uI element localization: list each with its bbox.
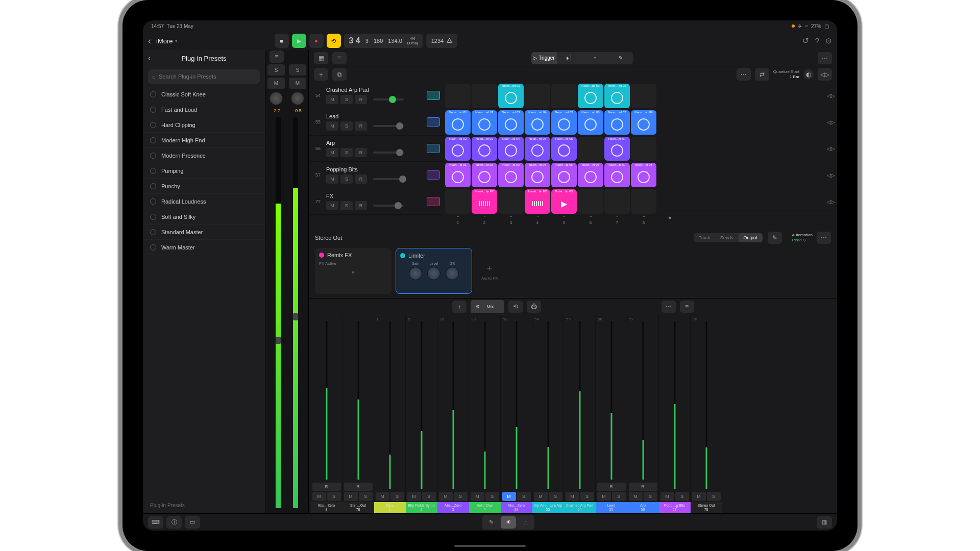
add-track-icon[interactable]: ＋ — [314, 68, 328, 81]
strip-mute[interactable]: M — [629, 492, 643, 501]
preset-item[interactable]: Soft and Silky — [143, 209, 265, 224]
mixer-strip[interactable]: RMSSter…Out78 — [342, 315, 374, 513]
fx-slot[interactable]: Remix FXFX Active● — [315, 248, 391, 294]
strip-mute[interactable]: M — [439, 492, 453, 501]
scene-trigger[interactable]: ⌃2 — [472, 215, 497, 228]
mute-button[interactable]: M — [326, 95, 338, 104]
list-view-icon[interactable]: ≣ — [332, 52, 347, 64]
empty-cell[interactable] — [604, 189, 630, 214]
auto-settings-icon[interactable]: ⇄ — [755, 68, 769, 81]
clip-cell[interactable]: Butte…lip FX▶ — [551, 189, 577, 214]
mute-button[interactable]: M — [326, 174, 338, 184]
strip-mute[interactable]: M — [692, 492, 706, 501]
count-in[interactable]: 1234🛆 — [426, 34, 457, 48]
scene-trigger[interactable]: ⌃6 — [578, 215, 603, 228]
rec-button[interactable]: R — [355, 201, 367, 210]
edit-icon[interactable]: ✎ — [768, 232, 782, 244]
scene-trigger[interactable]: ⌃3 — [498, 215, 524, 228]
mixer-strip[interactable]: 29MSSolid Clav4 — [469, 315, 501, 513]
strip-solo[interactable]: S — [549, 492, 562, 501]
strip-mute[interactable]: M — [534, 492, 548, 501]
track-menu-icon[interactable]: ⋯ — [737, 68, 751, 81]
keyboard-icon[interactable]: ⌨ — [148, 516, 163, 529]
quantize-knob[interactable]: ◐ — [803, 69, 814, 80]
clip-cell[interactable]: Neon…ad 03 — [604, 84, 630, 108]
clip-cell[interactable]: Invasi…lip FX — [525, 189, 550, 214]
clip-cell[interactable]: Neon…ad 04 — [525, 110, 550, 135]
mix-more-icon[interactable]: ⋯ — [662, 300, 676, 313]
empty-cell[interactable] — [578, 137, 603, 161]
clip-cell[interactable]: Neon…at 05 — [551, 163, 577, 187]
scene-trigger[interactable]: ⌃8 — [631, 215, 656, 228]
grid-view-icon[interactable]: ▦ — [314, 52, 328, 64]
clip-cell[interactable]: Neon…ad 03 — [498, 110, 524, 135]
strip-mute[interactable]: M — [566, 492, 579, 501]
scene-trigger[interactable]: ⌃4 — [525, 215, 550, 228]
undo-icon[interactable]: ↺ — [802, 36, 809, 45]
volume-slider[interactable] — [373, 98, 404, 101]
scene-trigger[interactable]: ⌃7 — [604, 215, 630, 228]
strip-mute[interactable]: M — [344, 492, 358, 501]
pencil-mode[interactable]: ✎ — [483, 516, 499, 529]
preset-item[interactable]: Pumping — [143, 163, 265, 179]
clip-cell[interactable]: Neon…rp 02 — [445, 137, 471, 161]
project-menu[interactable]: iMore▾ — [156, 37, 178, 45]
mute-button[interactable]: M — [326, 148, 338, 157]
solo-button[interactable]: S — [340, 95, 353, 104]
clip-cell[interactable]: Neon…ad 05 — [551, 110, 577, 135]
presets-back[interactable]: ‹ — [148, 54, 151, 63]
clip-cell[interactable]: Neon…at 02 — [472, 163, 497, 187]
instrument-icon[interactable] — [427, 91, 440, 100]
preset-item[interactable]: Fast and Loud — [143, 102, 265, 117]
clip-cell[interactable]: Invasi…lip FX — [472, 189, 497, 214]
mixer-mode[interactable]: ⚙ Mix — [471, 300, 504, 313]
clip-cell[interactable]: Neon…ad 07 — [604, 110, 630, 135]
out-more-icon[interactable]: ⋯ — [817, 232, 831, 244]
solo-button[interactable]: S — [340, 174, 353, 184]
rec-button[interactable]: R — [355, 95, 367, 104]
solo-r[interactable]: S — [289, 64, 306, 76]
router-icon[interactable]: ⟲ — [508, 300, 523, 313]
clip-cell[interactable]: Neon…rp 05 — [525, 137, 550, 161]
clip-cell[interactable]: Neon…ad 01 — [498, 84, 524, 108]
mute-l[interactable]: M — [267, 78, 285, 89]
volume-slider[interactable] — [373, 178, 404, 180]
volume-slider[interactable] — [373, 152, 404, 154]
clip-cell[interactable]: Neon…at 01 — [445, 163, 471, 187]
empty-cell[interactable] — [498, 189, 524, 214]
empty-cell[interactable] — [631, 84, 656, 108]
mute-button[interactable]: M — [326, 121, 338, 131]
clip-cell[interactable]: Neon…ad 01 — [445, 110, 471, 135]
instrument-icon[interactable] — [427, 197, 440, 206]
duplicate-icon[interactable]: ⧉ — [332, 68, 347, 81]
strip-solo[interactable]: S — [580, 492, 594, 501]
empty-cell[interactable] — [445, 189, 471, 214]
mix-expand-icon[interactable]: ≡ — [680, 300, 694, 313]
clip-cell[interactable]: Neon…at 04 — [525, 163, 550, 187]
strip-mute[interactable]: M — [376, 492, 389, 501]
fx-knob[interactable] — [427, 267, 440, 280]
piano-icon[interactable]: ▥ — [817, 516, 832, 529]
record-button[interactable]: ● — [309, 34, 324, 48]
instrument-icon[interactable] — [427, 117, 440, 127]
row-play-button[interactable]: ◁▷ — [825, 162, 837, 188]
mixer-strip[interactable]: 1MSBass1 — [374, 315, 406, 513]
empty-cell[interactable] — [578, 189, 603, 214]
solo-l[interactable]: S — [267, 64, 285, 76]
mixer-strip[interactable]: 53MSAbs…Zero29 — [501, 315, 532, 513]
mixer-add-icon[interactable]: ＋ — [452, 300, 467, 313]
clip-cell[interactable]: Neon…rp 07 — [604, 137, 630, 161]
clip-cell[interactable]: Neon…at 08 — [631, 163, 656, 187]
info-icon[interactable]: ⓘ — [166, 516, 182, 529]
sliders-mode[interactable]: ⎍ — [518, 516, 533, 529]
strip-solo[interactable]: S — [422, 492, 436, 501]
instrument-icon[interactable] — [427, 144, 440, 153]
more-options-icon[interactable]: ⋯ — [818, 52, 832, 64]
cycle-button[interactable]: ⟲ — [327, 34, 341, 48]
strip-mute[interactable]: M — [407, 492, 421, 501]
clip-cell[interactable]: Neon…ad 06 — [578, 110, 603, 135]
empty-cell[interactable] — [525, 84, 550, 108]
mute-button[interactable]: M — [326, 201, 338, 210]
help-icon[interactable]: ? — [815, 36, 819, 45]
fx-knob[interactable] — [446, 267, 459, 280]
